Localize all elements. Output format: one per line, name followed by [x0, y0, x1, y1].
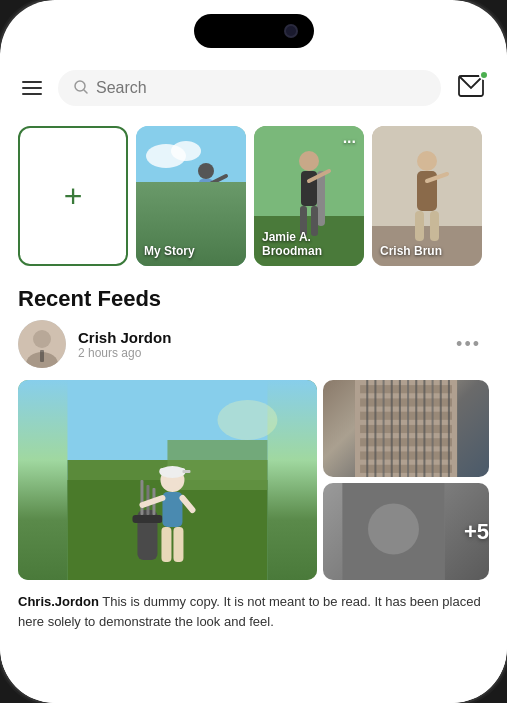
header — [0, 58, 507, 118]
feed-user-info: Crish Jordon 2 hours ago — [78, 329, 171, 360]
svg-rect-57 — [360, 438, 452, 446]
story-card-my-story[interactable]: My Story — [136, 126, 246, 266]
feed-images: +5 — [18, 380, 489, 580]
svg-rect-12 — [208, 209, 214, 234]
svg-rect-31 — [40, 350, 44, 362]
svg-rect-17 — [317, 171, 325, 226]
phone-screen: + — [0, 0, 507, 703]
svg-rect-39 — [140, 480, 143, 515]
svg-rect-53 — [360, 385, 452, 393]
svg-rect-44 — [159, 468, 185, 474]
feed-more-button[interactable]: ••• — [448, 330, 489, 359]
svg-rect-25 — [415, 211, 424, 241]
svg-rect-38 — [132, 515, 162, 523]
svg-rect-26 — [430, 211, 439, 241]
feed-header: Crish Jordon 2 hours ago ••• — [18, 320, 489, 368]
story-label-jamie: Jamie A. Broodman — [262, 230, 356, 258]
svg-rect-55 — [360, 412, 452, 420]
svg-rect-9 — [199, 179, 213, 209]
svg-rect-59 — [360, 465, 452, 473]
menu-button[interactable] — [18, 77, 46, 99]
story-card-jamie[interactable]: ··· Jamie A. Broodman — [254, 126, 364, 266]
svg-rect-46 — [162, 492, 182, 527]
svg-point-73 — [368, 503, 419, 554]
extra-count: +5 — [464, 519, 489, 545]
feed-side-image-1 — [323, 380, 489, 477]
feed-side-images: +5 — [323, 380, 489, 580]
stories-row: + — [0, 118, 507, 274]
story-more-button-jamie[interactable]: ··· — [343, 134, 356, 150]
svg-rect-58 — [360, 451, 452, 459]
svg-rect-48 — [173, 527, 183, 562]
section-title: Recent Feeds — [0, 274, 507, 320]
mail-button[interactable] — [453, 70, 489, 106]
story-card-crish[interactable]: Crish Brun — [372, 126, 482, 266]
svg-point-29 — [33, 330, 51, 348]
svg-rect-56 — [360, 425, 452, 433]
feed-user-time: 2 hours ago — [78, 346, 171, 360]
dynamic-island — [194, 14, 314, 48]
svg-point-8 — [198, 163, 214, 179]
story-label-my-story: My Story — [144, 244, 238, 258]
recent-feeds-title: Recent Feeds — [0, 274, 507, 320]
svg-rect-54 — [360, 398, 452, 406]
svg-rect-11 — [198, 209, 204, 234]
plus-icon: + — [64, 180, 83, 212]
avatar — [18, 320, 66, 368]
screen-content: + — [0, 58, 507, 703]
svg-rect-47 — [161, 527, 171, 562]
feed-side-image-2: +5 — [323, 483, 489, 580]
search-icon — [74, 80, 88, 97]
feed-main-image — [18, 380, 317, 580]
search-input[interactable] — [96, 79, 425, 97]
svg-point-15 — [299, 151, 319, 171]
search-bar[interactable] — [58, 70, 441, 106]
feed-user-name: Crish Jordon — [78, 329, 171, 346]
feed-caption: Chris.Jordon This is dummy copy. It is n… — [18, 592, 489, 631]
svg-point-35 — [217, 400, 277, 440]
feed-main-scene — [18, 380, 317, 580]
svg-point-7 — [171, 141, 201, 161]
feed-card-1: Crish Jordon 2 hours ago ••• — [0, 320, 507, 631]
svg-point-23 — [417, 151, 437, 171]
svg-rect-5 — [136, 196, 246, 216]
add-story-button[interactable]: + — [18, 126, 128, 266]
svg-line-1 — [84, 90, 87, 93]
svg-rect-45 — [182, 470, 190, 473]
mail-badge — [479, 70, 489, 80]
feed-user: Crish Jordon 2 hours ago — [18, 320, 171, 368]
story-label-crish: Crish Brun — [380, 244, 474, 258]
phone-frame: + — [0, 0, 507, 703]
caption-username: Chris.Jordon — [18, 594, 99, 609]
